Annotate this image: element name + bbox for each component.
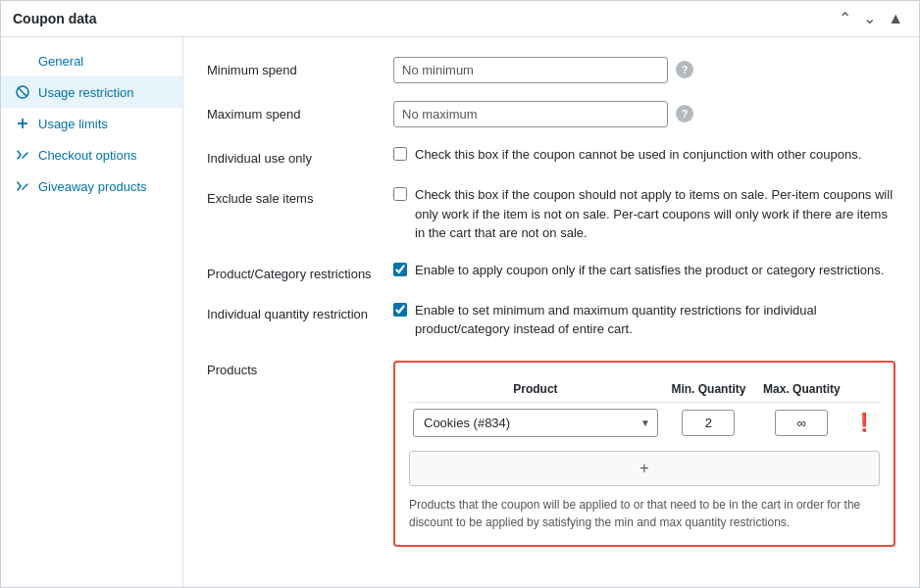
sidebar-item-giveaway-products[interactable]: Giveaway products — [1, 171, 182, 202]
exclude-sale-description: Check this box if the coupon should not … — [415, 185, 895, 243]
product-category-row: Product/Category restrictions Enable to … — [207, 261, 895, 283]
sidebar-label-giveaway-products: Giveaway products — [38, 179, 147, 194]
sidebar-item-usage-restriction[interactable]: Usage restriction — [1, 76, 182, 108]
sidebar-item-general[interactable]: General — [1, 45, 182, 76]
col-header-min-quantity: Min. Quantity — [662, 376, 755, 403]
individual-quantity-checkbox[interactable] — [393, 303, 407, 317]
collapse-down-button[interactable]: ⌄ — [859, 9, 880, 28]
add-product-row-button[interactable]: + — [409, 451, 880, 486]
sidebar-label-checkout-options: Checkout options — [38, 148, 136, 163]
individual-use-label: Individual use only — [207, 145, 393, 168]
title-bar: Coupon data ⌃ ⌄ ▲ — [1, 1, 919, 37]
minimum-spend-content: ? — [393, 57, 895, 83]
maximum-spend-label: Maximum spend — [207, 101, 393, 123]
product-select-wrapper: Cookies (#834) ▼ — [413, 409, 658, 437]
main-content: General Usage restriction — [1, 37, 919, 587]
max-quantity-input[interactable] — [775, 410, 828, 436]
col-header-action — [848, 376, 880, 403]
individual-use-description: Check this box if the coupon cannot be u… — [415, 145, 861, 165]
maximum-spend-row: Maximum spend ? — [207, 101, 895, 127]
individual-quantity-content: Enable to set minimum and maximum quanti… — [393, 301, 895, 339]
products-note: Products that the coupon will be applied… — [409, 496, 880, 531]
individual-use-checkbox-row: Check this box if the coupon cannot be u… — [393, 145, 861, 165]
window-title: Coupon data — [13, 11, 97, 26]
col-header-product: Product — [409, 376, 662, 403]
product-category-description: Enable to apply coupon only if the cart … — [415, 261, 884, 280]
sidebar-label-usage-restriction: Usage restriction — [38, 85, 134, 100]
product-cell: Cookies (#834) ▼ — [409, 402, 662, 443]
maximum-spend-help-icon[interactable]: ? — [676, 105, 693, 122]
minimum-spend-help-icon[interactable]: ? — [676, 61, 693, 78]
products-section: Product Min. Quantity Max. Quantity — [393, 361, 895, 547]
col-header-max-quantity: Max. Quantity — [755, 376, 848, 403]
maximum-spend-content: ? — [393, 101, 895, 127]
general-icon — [15, 53, 30, 69]
minimum-spend-input[interactable] — [393, 57, 668, 83]
individual-use-checkbox[interactable] — [393, 147, 407, 161]
sidebar-label-general: General — [38, 54, 83, 69]
usage-limits-icon — [15, 116, 30, 131]
products-table: Product Min. Quantity Max. Quantity — [409, 376, 880, 443]
individual-quantity-row: Individual quantity restriction Enable t… — [207, 301, 895, 339]
form-area: Minimum spend ? Maximum spend ? Individu… — [183, 37, 919, 587]
coupon-data-window: Coupon data ⌃ ⌄ ▲ General — [0, 0, 920, 588]
window-controls: ⌃ ⌄ ▲ — [835, 9, 907, 28]
collapse-up-button[interactable]: ⌃ — [835, 9, 855, 28]
exclude-sale-checkbox[interactable] — [393, 187, 407, 201]
usage-restriction-icon — [15, 84, 30, 100]
giveaway-products-icon — [15, 178, 30, 194]
products-row: Products Product Min. Quantity Max. Quan… — [207, 357, 895, 547]
exclude-sale-label: Exclude sale items — [207, 185, 393, 208]
individual-quantity-label: Individual quantity restriction — [207, 301, 393, 323]
min-quantity-input[interactable] — [682, 410, 735, 436]
minimum-spend-row: Minimum spend ? — [207, 57, 895, 83]
individual-use-row: Individual use only Check this box if th… — [207, 145, 895, 168]
exclude-sale-checkbox-row: Check this box if the coupon should not … — [393, 185, 895, 243]
checkout-options-icon — [15, 147, 30, 163]
sidebar: General Usage restriction — [1, 37, 183, 587]
individual-quantity-checkbox-row: Enable to set minimum and maximum quanti… — [393, 301, 895, 339]
product-category-label: Product/Category restrictions — [207, 261, 393, 283]
min-qty-cell — [662, 402, 755, 443]
products-content: Product Min. Quantity Max. Quantity — [393, 357, 895, 547]
individual-use-content: Check this box if the coupon cannot be u… — [393, 145, 895, 165]
exclude-sale-row: Exclude sale items Check this box if the… — [207, 185, 895, 243]
svg-line-1 — [19, 88, 27, 97]
product-category-checkbox-row: Enable to apply coupon only if the cart … — [393, 261, 884, 280]
remove-cell: ❗ — [848, 402, 880, 443]
sidebar-label-usage-limits: Usage limits — [38, 117, 108, 131]
product-category-content: Enable to apply coupon only if the cart … — [393, 261, 895, 280]
maximum-spend-input[interactable] — [393, 101, 668, 127]
individual-quantity-description: Enable to set minimum and maximum quanti… — [415, 301, 895, 339]
products-label: Products — [207, 357, 393, 379]
minimum-spend-label: Minimum spend — [207, 57, 393, 79]
remove-row-button[interactable]: ❗ — [852, 411, 876, 434]
product-select[interactable]: Cookies (#834) — [413, 409, 658, 437]
expand-button[interactable]: ▲ — [884, 9, 907, 28]
max-qty-cell — [755, 402, 848, 443]
sidebar-item-usage-limits[interactable]: Usage limits — [1, 108, 182, 139]
sidebar-item-checkout-options[interactable]: Checkout options — [1, 139, 182, 171]
table-row: Cookies (#834) ▼ — [409, 402, 880, 443]
product-category-checkbox[interactable] — [393, 263, 407, 276]
exclude-sale-content: Check this box if the coupon should not … — [393, 185, 895, 243]
